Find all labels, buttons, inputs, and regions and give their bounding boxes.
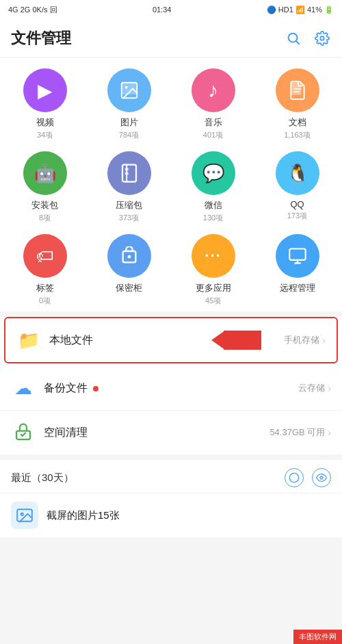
- backup-label: 备份文件: [44, 382, 88, 394]
- svg-point-13: [127, 255, 131, 259]
- tag-label: 标签: [36, 282, 54, 294]
- safe-label: 保密柜: [116, 282, 142, 294]
- qq-count: 173项: [287, 211, 307, 221]
- backup-chevron-icon: ›: [328, 383, 331, 394]
- local-files-right: 手机存储 ›: [284, 334, 326, 346]
- svg-rect-11: [124, 172, 128, 175]
- battery-text: 🔵 HD1 📶 41% 🔋: [267, 5, 334, 14]
- qq-label: QQ: [290, 199, 304, 209]
- grid-item-video[interactable]: ▶ 视频 34项: [5, 68, 84, 140]
- watermark: 丰图软件网: [293, 630, 342, 644]
- more-icon: ···: [192, 234, 235, 278]
- svg-point-21: [21, 513, 23, 515]
- header-actions: [285, 29, 331, 47]
- doc-count: 1,163项: [284, 130, 311, 140]
- local-files-label: 本地文件: [49, 334, 93, 346]
- photo-label: 图片: [120, 116, 138, 129]
- music-label: 音乐: [205, 116, 222, 129]
- backup-icon: ☁: [11, 376, 36, 400]
- tag-count: 0项: [39, 296, 51, 306]
- screenshot-icon: [11, 502, 38, 529]
- recent-header-icons: [285, 468, 331, 487]
- music-icon: ♪: [192, 68, 235, 112]
- list-item-backup[interactable]: ☁ 备份文件 云存储 ›: [0, 366, 342, 411]
- grid-item-tag[interactable]: 🏷 标签 0项: [5, 234, 84, 306]
- status-bar: 4G 2G 0K/s 回 01:34 🔵 HD1 📶 41% 🔋: [0, 0, 342, 19]
- doc-label: 文档: [289, 116, 306, 129]
- svg-rect-10: [124, 168, 128, 171]
- qq-icon: 🐧: [276, 151, 319, 195]
- clean-label: 空间清理: [44, 426, 88, 438]
- clean-icon: [11, 420, 36, 445]
- zip-icon: [107, 151, 151, 195]
- svg-line-1: [296, 41, 299, 44]
- backup-right: 云存储 ›: [298, 382, 331, 394]
- photo-count: 784项: [119, 130, 139, 140]
- video-label: 视频: [36, 116, 54, 129]
- app-header: 文件管理: [0, 19, 342, 57]
- local-files-storage: 手机存储: [284, 334, 319, 346]
- local-files-icon: 📁: [16, 328, 41, 352]
- recent-view-icon[interactable]: [312, 468, 331, 487]
- grid-item-photo[interactable]: 图片 784项: [90, 68, 168, 140]
- grid-item-zip[interactable]: 压缩包 373项: [90, 151, 168, 223]
- clean-text: 空间清理: [44, 426, 269, 440]
- remote-label: 远程管理: [280, 282, 315, 294]
- apk-label: 安装包: [31, 199, 58, 211]
- grid-item-qq[interactable]: 🐧 QQ 173项: [258, 151, 337, 223]
- screenshot-label: 截屏的图片15张: [47, 509, 120, 522]
- remote-icon: [276, 234, 319, 278]
- wechat-count: 130项: [203, 213, 223, 223]
- clean-chevron-icon: ›: [328, 427, 331, 438]
- settings-icon[interactable]: [313, 29, 331, 47]
- list-item-clean[interactable]: 空间清理 54.37GB 可用 ›: [0, 411, 342, 454]
- svg-rect-14: [289, 249, 305, 260]
- grid-item-safe[interactable]: 保密柜: [90, 234, 168, 306]
- page-title: 文件管理: [11, 28, 71, 49]
- backup-text: 备份文件: [44, 381, 298, 396]
- list-section: 📁 本地文件 手机存储 › ☁ 备份文件 云存储 › 空间清理: [0, 317, 342, 454]
- recent-title: 最近（30天）: [11, 472, 74, 485]
- file-type-grid: ▶ 视频 34项 图片 784项 ♪ 音乐 401项 文档 1,163项 🤖 安…: [0, 57, 342, 311]
- video-count: 34项: [37, 130, 53, 140]
- grid-item-music[interactable]: ♪ 音乐 401项: [174, 68, 252, 140]
- wechat-label: 微信: [205, 199, 222, 211]
- status-time: 01:34: [153, 5, 172, 14]
- grid-item-doc[interactable]: 文档 1,163项: [258, 68, 337, 140]
- grid-item-apk[interactable]: 🤖 安装包 8项: [5, 151, 84, 223]
- grid-item-more[interactable]: ··· 更多应用 45项: [174, 234, 252, 306]
- zip-count: 373项: [119, 213, 139, 223]
- more-label: 更多应用: [196, 282, 231, 294]
- list-item-local[interactable]: 📁 本地文件 手机存储 ›: [4, 317, 338, 363]
- zip-label: 压缩包: [116, 199, 142, 211]
- signal-text: 4G 2G 0K/s 回: [8, 5, 57, 15]
- svg-point-19: [320, 476, 323, 479]
- recent-header: 最近（30天）: [0, 460, 342, 493]
- svg-rect-5: [291, 81, 301, 94]
- music-count: 401项: [203, 130, 223, 140]
- backup-dot: [93, 386, 98, 391]
- video-icon: ▶: [23, 68, 67, 112]
- status-right: 🔵 HD1 📶 41% 🔋: [267, 5, 334, 14]
- arrow-annotation: [170, 331, 261, 350]
- recent-section: 最近（30天） 截屏的图片15张: [0, 460, 342, 537]
- backup-storage: 云存储: [298, 382, 325, 394]
- wechat-icon: 💬: [192, 151, 235, 195]
- status-left: 4G 2G 0K/s 回: [8, 5, 57, 15]
- apk-icon: 🤖: [23, 151, 67, 195]
- apk-count: 8项: [39, 213, 51, 223]
- svg-point-4: [124, 86, 127, 89]
- tag-icon: 🏷: [23, 234, 67, 278]
- recent-sort-icon[interactable]: [285, 468, 304, 487]
- recent-item-screenshot[interactable]: 截屏的图片15张: [0, 493, 342, 537]
- clean-right: 54.37GB 可用 ›: [269, 426, 331, 439]
- more-count: 45项: [205, 296, 221, 306]
- grid-item-remote[interactable]: 远程管理: [258, 234, 337, 306]
- clean-storage: 54.37GB 可用: [269, 426, 325, 439]
- search-icon[interactable]: [285, 29, 302, 47]
- photo-icon: [107, 68, 151, 112]
- svg-point-2: [320, 36, 324, 40]
- safe-icon: [107, 234, 151, 278]
- doc-icon: [276, 68, 319, 112]
- grid-item-wechat[interactable]: 💬 微信 130项: [174, 151, 252, 223]
